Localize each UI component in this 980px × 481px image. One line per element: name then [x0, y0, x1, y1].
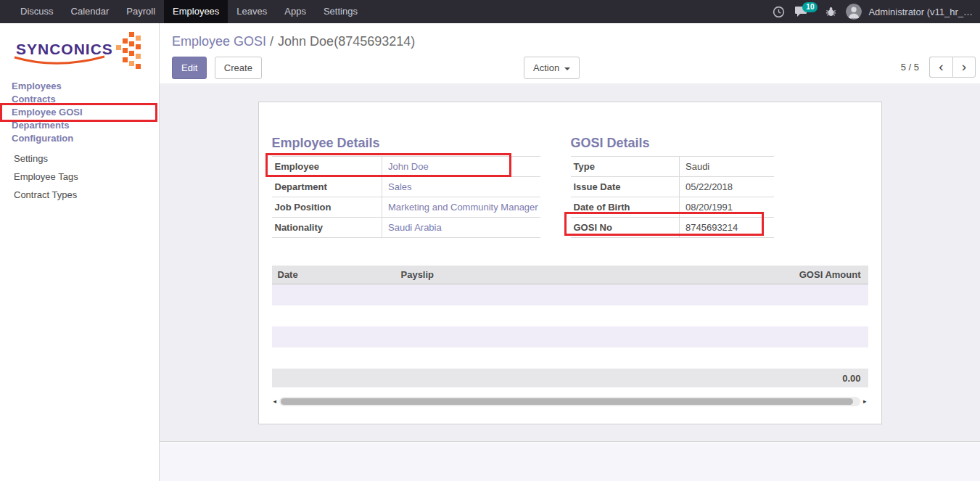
sidebar-item-settings[interactable]: Settings	[0, 149, 159, 168]
field-value-employee[interactable]: John Doe	[382, 157, 540, 177]
sidebar-item-employee-tags[interactable]: Employee Tags	[0, 168, 159, 186]
sidebar-item-contracts[interactable]: Contracts	[0, 93, 159, 106]
user-avatar[interactable]	[846, 4, 862, 20]
logo-squares-icon	[110, 32, 141, 71]
field-label-job-position: Job Position	[272, 197, 382, 218]
messages-count-badge: 10	[802, 2, 818, 12]
field-value-nationality[interactable]: Saudi Arabia	[382, 218, 540, 238]
sidebar: SYNCONICS Employees Contracts Employee G…	[0, 23, 160, 481]
debug-bug-icon[interactable]	[825, 6, 836, 17]
gosi-amount-total: 0.00	[573, 373, 868, 384]
gosi-details-group: GOSI Details Type Saudi Issue Date 05/22…	[571, 136, 868, 238]
menu-apps[interactable]: Apps	[276, 0, 315, 23]
sidebar-nav: Employees Contracts Employee GOSI Depart…	[0, 80, 159, 204]
menu-settings[interactable]: Settings	[315, 0, 366, 23]
field-value-issue-date: 05/22/2018	[680, 177, 774, 197]
action-dropdown-label: Action	[533, 62, 559, 73]
field-row-issue-date: Issue Date 05/22/2018	[571, 177, 774, 197]
employee-details-group: Employee Details Employee John Doe Depar…	[272, 136, 571, 238]
list-footer: 0.00	[272, 369, 868, 387]
sidebar-item-employees[interactable]: Employees	[0, 80, 159, 93]
field-row-department: Department Sales	[272, 177, 540, 197]
activities-clock-icon[interactable]	[773, 6, 785, 18]
field-label-department: Department	[272, 177, 382, 197]
empty-list-row	[272, 326, 868, 348]
scroll-left-icon[interactable]: ◂	[272, 396, 279, 406]
field-label-nationality: Nationality	[272, 218, 382, 238]
sidebar-item-contract-types[interactable]: Contract Types	[0, 186, 159, 204]
pager-counter: 5 / 5	[901, 62, 919, 73]
field-row-employee: Employee John Doe	[272, 157, 540, 177]
gosi-details-title: GOSI Details	[571, 136, 868, 150]
menu-calendar[interactable]: Calendar	[62, 0, 118, 23]
field-label-type: Type	[571, 157, 680, 177]
pager-previous-button[interactable]: ‹	[929, 57, 952, 78]
field-row-job-position: Job Position Marketing and Community Man…	[272, 197, 540, 218]
employee-details-fieldgrid: Employee John Doe Department Sales Job P…	[272, 156, 540, 238]
empty-list-row	[272, 305, 868, 326]
breadcrumb-parent-link[interactable]: Employee GOSI	[172, 34, 266, 49]
pager-next-button[interactable]: ›	[952, 57, 976, 78]
create-button[interactable]: Create	[215, 57, 262, 79]
sidebar-item-employee-gosi[interactable]: Employee GOSI	[0, 106, 159, 119]
field-row-gosi-no: GOSI No 8745693214	[571, 218, 774, 238]
list-header-payslip[interactable]: Payslip	[395, 269, 573, 280]
caret-down-icon	[564, 67, 570, 70]
scrollbar-thumb[interactable]	[281, 398, 853, 405]
scrollbar-track[interactable]	[279, 397, 860, 406]
field-row-nationality: Nationality Saudi Arabia	[272, 218, 540, 238]
control-panel: Employee GOSI/John Doe(8745693214) Edit …	[160, 23, 980, 83]
field-row-type: Type Saudi	[571, 157, 774, 177]
form-groups: Employee Details Employee John Doe Depar…	[272, 136, 868, 238]
field-value-gosi-no: 8745693214	[680, 218, 774, 238]
logo-swoosh	[13, 55, 106, 67]
sidebar-item-departments[interactable]: Departments	[0, 119, 159, 132]
menu-leaves[interactable]: Leaves	[228, 0, 276, 23]
topbar-right: 10 Administrator (v11_hr_…	[773, 0, 980, 23]
app-logo[interactable]: SYNCONICS	[0, 23, 159, 77]
edit-button[interactable]: Edit	[172, 57, 207, 79]
menu-discuss[interactable]: Discuss	[12, 0, 62, 23]
pager: 5 / 5 ‹ ›	[901, 57, 976, 78]
form-sheet: Employee Details Employee John Doe Depar…	[258, 102, 882, 424]
breadcrumb-separator: /	[270, 34, 273, 49]
menu-employees[interactable]: Employees	[164, 0, 228, 23]
user-menu[interactable]: Administrator (v11_hr_…	[868, 7, 973, 17]
breadcrumb: Employee GOSI/John Doe(8745693214)	[160, 23, 980, 49]
list-header-date[interactable]: Date	[272, 269, 395, 280]
field-value-date-of-birth: 08/20/1991	[680, 197, 774, 218]
empty-list-row	[272, 348, 868, 369]
main-area: Employee GOSI/John Doe(8745693214) Edit …	[160, 23, 980, 481]
field-label-gosi-no: GOSI No	[571, 218, 680, 238]
field-value-type: Saudi	[680, 157, 774, 177]
horizontal-scrollbar[interactable]: ◂ ▸	[272, 396, 868, 406]
list-header-gosi-amount[interactable]: GOSI Amount	[573, 269, 868, 280]
list-header: Date Payslip GOSI Amount	[272, 266, 868, 284]
field-label-issue-date: Issue Date	[571, 177, 680, 197]
field-label-date-of-birth: Date of Birth	[571, 197, 680, 218]
below-content-area	[160, 443, 980, 481]
breadcrumb-current: John Doe(8745693214)	[278, 34, 415, 49]
topbar: Discuss Calendar Payroll Employees Leave…	[0, 0, 980, 23]
field-label-employee: Employee	[272, 157, 382, 177]
gosi-lines-list: Date Payslip GOSI Amount 0.00 ◂	[272, 266, 868, 406]
sidebar-config-subitems: Settings Employee Tags Contract Types	[0, 149, 159, 204]
empty-list-row	[272, 284, 868, 305]
topbar-menus: Discuss Calendar Payroll Employees Leave…	[0, 0, 366, 23]
scroll-right-icon[interactable]: ▸	[862, 396, 868, 406]
sidebar-item-configuration[interactable]: Configuration	[0, 132, 159, 145]
control-panel-buttons: Edit Create Action 5 / 5 ‹ ›	[160, 57, 980, 78]
field-row-date-of-birth: Date of Birth 08/20/1991	[571, 197, 774, 218]
field-value-job-position[interactable]: Marketing and Community Manager	[382, 197, 540, 218]
messages-icon[interactable]: 10	[794, 6, 807, 17]
employee-details-title: Employee Details	[272, 136, 571, 150]
gosi-details-fieldgrid: Type Saudi Issue Date 05/22/2018 Date of…	[571, 156, 774, 238]
action-dropdown-button[interactable]: Action	[524, 57, 580, 79]
menu-payroll[interactable]: Payroll	[118, 0, 164, 23]
field-value-department[interactable]: Sales	[382, 177, 540, 197]
form-view-background: Employee Details Employee John Doe Depar…	[160, 83, 980, 442]
